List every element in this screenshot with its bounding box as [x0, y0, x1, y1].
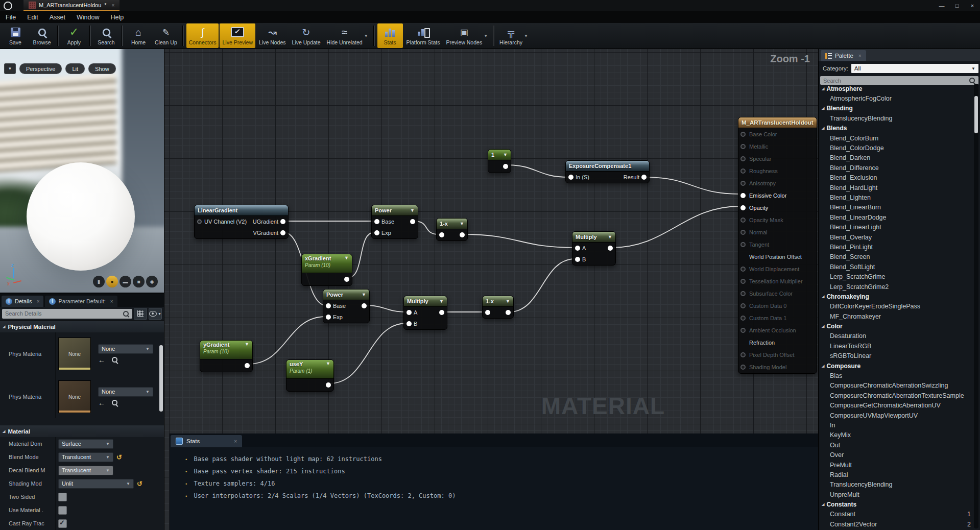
- pin-connected[interactable]: [460, 232, 465, 237]
- show-button[interactable]: Show: [88, 63, 116, 74]
- preview-cube-icon[interactable]: ■: [133, 276, 145, 287]
- pin-dim[interactable]: [740, 291, 746, 296]
- toolbar-apply-button[interactable]: ✓Apply: [61, 23, 87, 48]
- palette-item-lerp-scratchgrime[interactable]: Lerp_ScratchGrime: [819, 272, 973, 281]
- palette-item-blend-softlight[interactable]: Blend_SoftLight: [819, 262, 973, 272]
- palette-item-composuregetchromaticaberrationuv[interactable]: ComposureGetChromaticAberrationUV: [819, 401, 973, 411]
- node-ygradient[interactable]: yGradientParam (10)▼: [200, 340, 253, 372]
- perspective-button[interactable]: Perspective: [19, 63, 62, 74]
- material-thumbnail[interactable]: None: [58, 380, 91, 413]
- pin-connected[interactable]: [608, 246, 613, 251]
- palette-item-translucencyblending[interactable]: TranslucencyBlending: [819, 480, 973, 490]
- node-one-minus-x-2[interactable]: 1-x▼: [482, 296, 514, 319]
- pin-unconnected[interactable]: [197, 220, 202, 224]
- toolbar-save-button[interactable]: Save: [3, 23, 28, 48]
- node-power-1[interactable]: Power▼BaseExp: [371, 205, 418, 239]
- material-dom-select[interactable]: Surface▼: [58, 439, 113, 449]
- toolbar-clean-up-button[interactable]: ✎Clean Up: [152, 23, 180, 48]
- pin-enabled[interactable]: [740, 340, 746, 345]
- pin-connected[interactable]: [641, 175, 647, 180]
- node-multiply-1[interactable]: Multiply▼AB: [572, 231, 616, 266]
- pin-dim[interactable]: [740, 230, 746, 235]
- palette-item-blend-linearburn[interactable]: Blend_LinearBurn: [819, 203, 973, 212]
- decal-blend-m-select[interactable]: Translucent▼: [58, 466, 113, 475]
- node-power-2[interactable]: Power▼BaseExp: [323, 289, 370, 323]
- search-details-input[interactable]: Search Details: [2, 309, 132, 319]
- pin-dim[interactable]: [740, 181, 746, 186]
- pin-dim[interactable]: [740, 218, 746, 223]
- palette-item-radial[interactable]: Radial: [819, 470, 973, 479]
- pin-connected[interactable]: [568, 175, 573, 180]
- close-icon[interactable]: ×: [965, 0, 980, 11]
- use-material-checkbox[interactable]: [58, 506, 67, 515]
- palette-group-atmosphere[interactable]: ◢Atmosphere: [819, 84, 973, 93]
- node-one-minus-x-1[interactable]: 1-x▼: [436, 218, 468, 241]
- palette-item-composurechromaticaberrationtexturesample[interactable]: ComposureChromaticAberrationTextureSampl…: [819, 391, 973, 400]
- menu-window[interactable]: Window: [71, 14, 105, 21]
- browse-to-asset-icon[interactable]: [111, 356, 118, 363]
- palette-item-blend-colorburn[interactable]: Blend_ColorBurn: [819, 133, 973, 143]
- tab-details[interactable]: Details ×: [2, 296, 43, 307]
- details-scrollbar[interactable]: [159, 345, 163, 412]
- pin-connected[interactable]: [410, 219, 415, 224]
- chevron-down-icon[interactable]: ▼: [362, 292, 366, 297]
- palette-item-over[interactable]: Over: [819, 450, 973, 460]
- chevron-down-icon[interactable]: ▼: [344, 255, 349, 260]
- chevron-down-icon[interactable]: ▼: [460, 221, 464, 226]
- pin-enabled[interactable]: [740, 254, 746, 259]
- view-options-button[interactable]: ▼: [149, 308, 162, 320]
- material-graph-canvas[interactable]: 1▼ExposureCompensate1In (S)ResultLinearG…: [164, 49, 818, 530]
- menu-file[interactable]: File: [0, 14, 21, 21]
- palette-item-blend-difference[interactable]: Blend_Difference: [819, 163, 973, 173]
- pin-connected[interactable]: [344, 277, 349, 282]
- use-selected-asset-icon[interactable]: ←: [98, 399, 105, 407]
- category-select[interactable]: All ▼: [851, 64, 978, 73]
- palette-item-srgbtolinear[interactable]: sRGBToLinear: [819, 351, 973, 361]
- reset-to-default-icon[interactable]: ↺: [116, 453, 122, 461]
- palette-item-out[interactable]: Out: [819, 440, 973, 450]
- close-icon[interactable]: ×: [110, 299, 113, 304]
- palette-item-blend-hardlight[interactable]: Blend_HardLight: [819, 183, 973, 192]
- palette-item-desaturation[interactable]: Desaturation: [819, 331, 973, 341]
- lit-button[interactable]: Lit: [65, 63, 85, 74]
- pin-dim[interactable]: [740, 328, 746, 333]
- toolbar-platform-stats-button[interactable]: Platform Stats: [404, 23, 443, 48]
- palette-item-constant2vector[interactable]: Constant2Vector2: [819, 519, 973, 529]
- viewport-options-dropdown[interactable]: ▼: [4, 63, 16, 74]
- pin-dim[interactable]: [740, 267, 746, 272]
- pin-dim[interactable]: [740, 365, 746, 370]
- palette-item-blend-pinlight[interactable]: Blend_PinLight: [819, 242, 973, 252]
- tab-stats[interactable]: Stats ×: [171, 435, 242, 447]
- palette-item-premult[interactable]: PreMult: [819, 460, 973, 470]
- toolbar-home-button[interactable]: ⌂Home: [126, 23, 151, 48]
- phys-material-select[interactable]: None▼: [98, 387, 153, 397]
- pin-connected[interactable]: [362, 303, 367, 308]
- section-physical-material[interactable]: ◢ Physical Material: [0, 320, 164, 332]
- pin-connected[interactable]: [407, 310, 412, 315]
- pin-connected[interactable]: [245, 363, 250, 368]
- preview-cylinder-icon[interactable]: ▮: [93, 276, 105, 287]
- palette-item-translucencyblending[interactable]: TranslucencyBlending: [819, 113, 973, 123]
- toolbar-preview-nodes-button[interactable]: ▣Preview Nodes▼: [444, 23, 491, 48]
- palette-group-blending[interactable]: ◢Blending: [819, 104, 973, 113]
- pin-dim[interactable]: [740, 279, 746, 284]
- palette-item-diffcolorkeyererodesinglepass[interactable]: DiffColorKeyerErodeSinglePass: [819, 302, 973, 311]
- node-multiply-2[interactable]: Multiply▼AB: [403, 296, 447, 330]
- chevron-down-icon[interactable]: ▼: [524, 34, 528, 38]
- section-material[interactable]: ◢ Material: [0, 425, 164, 437]
- menu-help[interactable]: Help: [105, 14, 129, 21]
- shading-mod-select[interactable]: Unlit▼: [58, 479, 134, 489]
- pin-dim[interactable]: [740, 132, 746, 137]
- close-icon[interactable]: ×: [858, 53, 862, 59]
- node-xgradient[interactable]: xGradientParam (10)▼: [301, 254, 352, 286]
- toolbar-search-button[interactable]: Search: [93, 23, 119, 48]
- node-exposure-compensate1[interactable]: ExposureCompensate1In (S)Result: [565, 160, 650, 183]
- pin-connected[interactable]: [280, 230, 285, 235]
- palette-item-in[interactable]: In: [819, 420, 973, 430]
- menu-edit[interactable]: Edit: [21, 14, 44, 21]
- minimize-icon[interactable]: —: [934, 0, 949, 11]
- node-usey[interactable]: useYParam (1)▼: [286, 359, 334, 392]
- palette-item-constant[interactable]: Constant1: [819, 510, 973, 519]
- chevron-down-icon[interactable]: ▼: [245, 342, 249, 347]
- toolbar-live-nodes-button[interactable]: ↝Live Nodes: [256, 23, 289, 48]
